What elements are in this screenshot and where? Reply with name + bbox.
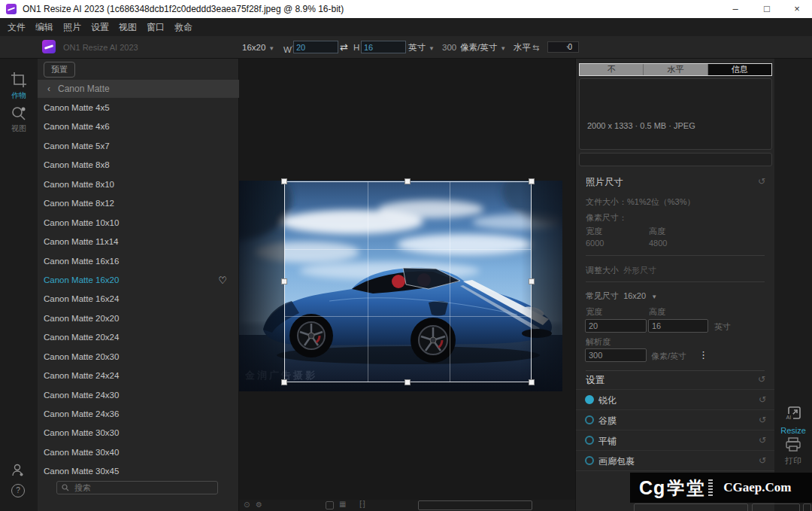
divider (586, 370, 765, 371)
preset-group-header[interactable]: ‹Canon Matte (38, 80, 239, 98)
search-box[interactable] (56, 481, 218, 494)
toggle-radio[interactable] (585, 415, 594, 424)
reset-icon[interactable]: ↺ (759, 451, 766, 470)
reset-icon[interactable]: ↺ (758, 176, 765, 187)
target-icon[interactable]: ⊙ (244, 500, 250, 509)
menu-item-0[interactable]: 文件 (8, 21, 26, 34)
menu-item-1[interactable]: 编辑 (35, 21, 53, 34)
toggle-radio[interactable] (585, 456, 594, 465)
resolution-unit-dropdown[interactable]: 像素/英寸▼ (460, 36, 506, 59)
preset-item[interactable]: Canon Matte 4x5 (38, 99, 239, 117)
crop-frame[interactable] (284, 181, 532, 382)
print-module-label[interactable]: 打印 (774, 455, 812, 467)
toggle-radio[interactable] (585, 395, 594, 404)
resize-module-icon[interactable]: AI (785, 406, 801, 423)
preset-item[interactable]: Canon Matte 8x12 (38, 194, 239, 213)
single-view-icon[interactable] (326, 501, 334, 509)
preset-item[interactable]: Canon Matte 30x30 (38, 424, 239, 443)
presets-tab-button[interactable]: 预置 (44, 62, 75, 78)
heart-icon[interactable]: ♡ (218, 271, 227, 290)
tab-不[interactable]: 不 (580, 64, 644, 75)
info-tabs: 不水平信息 (579, 63, 772, 76)
menu-item-6[interactable]: 救命 (174, 21, 192, 34)
preset-item[interactable]: Canon Matte 30x40 (38, 443, 239, 462)
zoom-icon[interactable] (11, 105, 27, 122)
preset-item[interactable]: Canon Matte 16x24 (38, 290, 239, 309)
preset-item[interactable]: Canon Matte 10x10 (38, 214, 239, 233)
preset-item[interactable]: Canon Matte 16x20♡ (38, 271, 239, 290)
menu-item-3[interactable]: 设置 (91, 21, 109, 34)
swap-dimensions-icon[interactable]: ⇄ (340, 36, 348, 59)
reset-icon[interactable]: ↺ (759, 430, 766, 450)
crop-icon[interactable] (11, 71, 27, 88)
resize-module-label[interactable]: Resize (774, 426, 812, 435)
maximize-button[interactable]: □ (756, 0, 777, 18)
preset-dropdown[interactable]: 16x20▼ (242, 36, 274, 59)
width-input[interactable] (293, 41, 338, 53)
preset-item[interactable]: Canon Matte 24x30 (38, 386, 239, 405)
preset-item[interactable]: Canon Matte 20x30 (38, 348, 239, 367)
tab-水平[interactable]: 水平 (644, 64, 707, 75)
bottom-button[interactable] (634, 503, 748, 511)
preset-item[interactable]: Canon Matte 5x7 (38, 137, 239, 156)
tab-信息[interactable]: 信息 (708, 64, 771, 75)
preset-group-name: Canon Matte (58, 84, 110, 94)
angle-input[interactable] (547, 41, 579, 53)
reset-icon[interactable]: ↺ (758, 374, 765, 385)
crop-handle-n[interactable] (404, 178, 411, 184)
view-mode-button[interactable] (418, 500, 532, 510)
bottom-button[interactable] (752, 503, 800, 511)
unit-dropdown[interactable]: 英寸▼ (408, 36, 435, 59)
menu-item-5[interactable]: 窗口 (147, 21, 165, 34)
preset-label: Canon Matte 16x16 (44, 257, 119, 266)
preset-item[interactable]: Canon Matte 16x16 (38, 252, 239, 271)
grid-view-icon[interactable]: ▦ (339, 500, 346, 508)
setting-row-3: 画廊包裹↺ (576, 451, 775, 471)
preset-item[interactable]: Canon Matte 20x20 (38, 309, 239, 328)
crop-handle-w[interactable] (281, 278, 287, 284)
preset-item[interactable]: Canon Matte 4x6 (38, 117, 239, 136)
preset-item[interactable]: Canon Matte 24x24 (38, 367, 239, 385)
kebab-menu-icon[interactable]: ⋮ (698, 349, 708, 360)
doc-width-input[interactable] (585, 319, 647, 333)
height-input[interactable] (361, 41, 406, 53)
left-tool-rail: 作物 视图 ? (0, 59, 38, 511)
preset-label: Canon Matte 8x12 (44, 199, 114, 208)
preset-item[interactable]: Canon Matte 8x8 (38, 156, 239, 175)
preset-item[interactable]: Canon Matte 24x36 (38, 405, 239, 424)
menu-item-4[interactable]: 视图 (119, 21, 137, 34)
presets-sidebar: 预置 ‹Canon Matte Canon Matte 4x5Canon Mat… (38, 59, 239, 511)
common-size-dropdown[interactable]: 常见尺寸 16x20 ▼ (586, 290, 657, 302)
view-tool-label[interactable]: 视图 (0, 123, 38, 134)
bottom-button[interactable] (803, 503, 811, 511)
toggle-radio[interactable] (585, 436, 594, 445)
doc-height-input[interactable] (648, 319, 708, 333)
print-icon[interactable] (785, 437, 801, 452)
crop-tool-label[interactable]: 作物 (0, 90, 38, 101)
compare-view-icon[interactable]: ⁅⁆ (359, 500, 365, 508)
crop-handle-e[interactable] (529, 278, 535, 284)
gear-icon[interactable]: ⚙ (256, 500, 262, 509)
crop-handle-sw[interactable] (281, 379, 287, 385)
help-icon[interactable]: ? (11, 484, 25, 497)
reset-icon[interactable]: ↺ (759, 410, 766, 430)
minimize-button[interactable]: – (725, 0, 746, 18)
close-button[interactable]: × (786, 0, 807, 18)
crop-handle-s[interactable] (404, 379, 411, 385)
user-icon[interactable] (11, 463, 26, 478)
reset-icon[interactable]: ↺ (759, 390, 766, 409)
preset-item[interactable]: Canon Matte 20x24 (38, 328, 239, 347)
crop-handle-se[interactable] (529, 379, 535, 385)
search-input[interactable] (73, 482, 204, 493)
preset-item[interactable]: Canon Matte 11x14 (38, 233, 239, 251)
preset-label: Canon Matte 4x5 (44, 103, 110, 112)
preset-label: Canon Matte 30x45 (44, 467, 119, 476)
preset-item[interactable]: Canon Matte 30x45 (38, 462, 239, 481)
doc-resolution-input[interactable] (585, 348, 647, 362)
menu-item-2[interactable]: 照片 (63, 21, 81, 34)
crop-handle-ne[interactable] (529, 178, 535, 184)
window-title: ON1 Resize AI 2023 (1c686348dcb1f2c0dedd… (23, 0, 344, 18)
photo-preview[interactable]: 金润广告摄影 (239, 181, 562, 391)
crop-handle-nw[interactable] (281, 178, 287, 184)
preset-item[interactable]: Canon Matte 8x10 (38, 175, 239, 194)
